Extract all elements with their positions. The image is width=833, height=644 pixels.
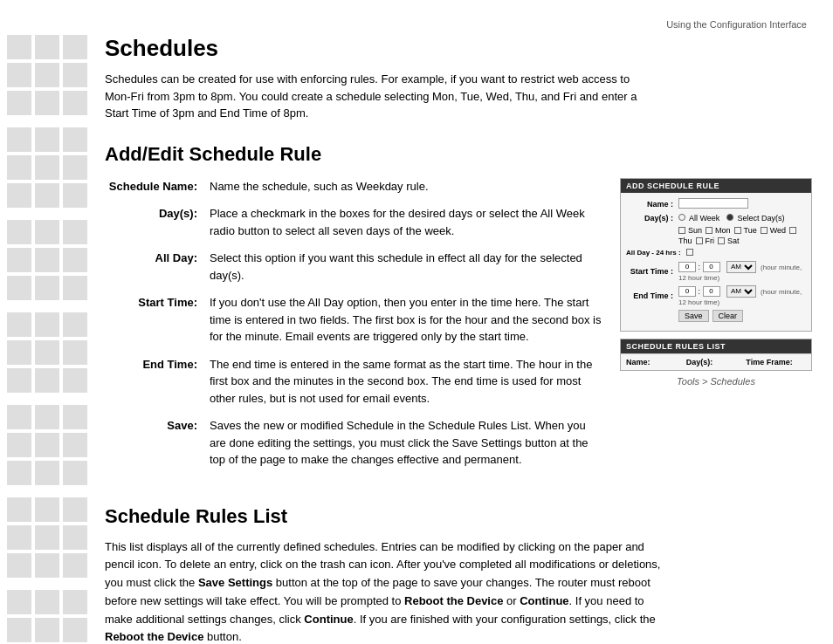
srl-bold-continue2: Continue [304,613,353,626]
schedule-rules-list-description: This list displays all of the currently … [105,538,664,645]
label-sat: Sat [727,236,740,245]
end-hour-input[interactable]: 0 [678,286,696,297]
form-value-allday [686,249,694,257]
allday-checkbox[interactable] [686,249,693,256]
label-wed: Wed [770,226,786,235]
def-row-days: Day(s): Place a checkmark in the boxes f… [105,205,602,239]
start-min-input[interactable]: 0 [703,262,720,272]
def-term-starttime: Start Time: [105,294,210,346]
form-row-name: Name : [626,198,806,210]
intro-paragraph: Schedules can be created for use with en… [105,71,646,122]
def-desc-endtime: The end time is entered in the same form… [210,356,602,408]
schedule-rules-list-box: SCHEDULE RULES LIST Name: Day(s): Time F… [620,339,812,371]
def-desc-days: Place a checkmark in the boxes for the d… [210,205,602,239]
form-label-starttime: Start Time : [626,267,678,276]
def-term-endtime: End Time: [105,356,210,408]
save-button[interactable]: Save [678,310,709,322]
form-label-endtime: End Time : [626,291,678,300]
def-row-starttime: Start Time: If you don't use the All Day… [105,294,602,346]
label-mon: Mon [715,226,731,235]
label-fri: Fri [706,236,715,245]
form-row-endtime: End Time : 0 : 0 AMPM (hour minute, 12 h… [626,285,806,306]
srl-bold-reboot: Reboot the Device [404,594,503,607]
form-value-name [678,198,748,210]
checkbox-sun[interactable] [678,227,685,234]
page-title: Schedules [105,35,816,62]
form-row-days: Day(s) : All Week Select Day(s) [626,214,806,223]
label-thu: Thu [678,236,692,245]
label-tue: Tue [744,226,757,235]
form-row-starttime: Start Time : 0 : 0 AMPM (hour minute, 12… [626,261,806,282]
end-ampm-select[interactable]: AMPM [726,285,756,298]
srl-text-6: button. [203,630,241,643]
schedule-rules-list-columns: Name: Day(s): Time Frame: [621,353,811,370]
schedule-rules-list-title: Schedule Rules List [105,505,816,528]
start-hour-input[interactable]: 0 [678,262,696,272]
header-label: Using the Configuration Interface [666,19,807,30]
def-row-save: Save: Saves the new or modified Schedule… [105,417,602,469]
col-name: Name: [626,358,686,367]
def-term-schedule-name: Schedule Name: [105,178,210,195]
add-edit-section-title: Add/Edit Schedule Rule [105,143,816,166]
def-desc-schedule-name: Name the schedule, such as Weekday rule. [210,178,602,195]
form-value-endtime: 0 : 0 AMPM (hour minute, 12 hour time) [678,285,806,306]
srl-bold-reboot2: Reboot the Device [105,630,203,643]
def-desc-save: Saves the new or modified Schedule in th… [210,417,602,469]
checkbox-wed[interactable] [761,227,768,234]
checkbox-thu[interactable] [789,227,796,234]
col-days: Day(s): [686,358,747,367]
add-schedule-rule-body: Name : Day(s) : All Week Select Day(s [621,193,811,331]
def-desc-allday: Select this option if you want this sche… [210,250,602,284]
schedule-rules-list-header: SCHEDULE RULES LIST [621,339,811,353]
def-term-save: Save: [105,417,210,469]
form-label-name: Name : [626,200,678,209]
add-edit-section-body: Schedule Name: Name the schedule, such a… [105,178,816,479]
def-row-endtime: End Time: The end time is entered in the… [105,356,602,408]
select-days-label: Select Day(s) [737,214,784,223]
definitions-list: Schedule Name: Name the schedule, such a… [105,178,602,479]
ui-caption: Tools > Schedules [620,376,812,387]
clear-button[interactable]: Clear [713,310,744,322]
srl-text-3: or [503,594,520,607]
checkbox-mon[interactable] [706,227,713,234]
def-row-schedule-name: Schedule Name: Name the schedule, such a… [105,178,602,195]
start-ampm-select[interactable]: AMPM [726,261,756,273]
select-days-radio[interactable] [726,214,733,221]
col-timeframe: Time Frame: [746,358,806,367]
label-sun: Sun [688,226,702,235]
checkbox-fri[interactable] [696,237,703,244]
form-value-starttime: 0 : 0 AMPM (hour minute, 12 hour time) [678,261,806,282]
add-schedule-rule-header: ADD SCHEDULE RULE [621,179,811,193]
srl-text-5: . If you are finished with your configur… [354,613,656,626]
form-row-allday: All Day - 24 hrs : [626,249,806,257]
add-schedule-rule-box: ADD SCHEDULE RULE Name : Day(s) : All We… [620,178,812,332]
form-label-days: Day(s) : [626,214,678,223]
end-min-input[interactable]: 0 [703,286,720,297]
left-decoration [0,0,96,644]
def-desc-starttime: If you don't use the All Day option, the… [210,294,602,346]
all-week-radio[interactable] [678,214,685,221]
checkbox-tue[interactable] [734,227,741,234]
name-input-box[interactable] [678,198,748,209]
def-term-allday: All Day: [105,250,210,284]
ui-mockup-panel: ADD SCHEDULE RULE Name : Day(s) : All We… [620,178,812,479]
form-row-buttons: Save Clear [626,310,806,322]
header-label-text: Using the Configuration Interface [666,19,807,30]
form-row-day-checkboxes: Sun Mon Tue Wed Thu Fri Sat [626,226,806,245]
srl-bold-continue: Continue [520,594,568,607]
checkbox-sat[interactable] [718,237,725,244]
all-week-label: All Week [689,214,719,223]
def-row-allday: All Day: Select this option if you want … [105,250,602,284]
form-label-allday: All Day - 24 hrs : [626,249,686,257]
form-value-days: All Week Select Day(s) [678,214,784,223]
srl-bold-save-settings: Save Settings [198,576,272,589]
def-term-days: Day(s): [105,205,210,239]
